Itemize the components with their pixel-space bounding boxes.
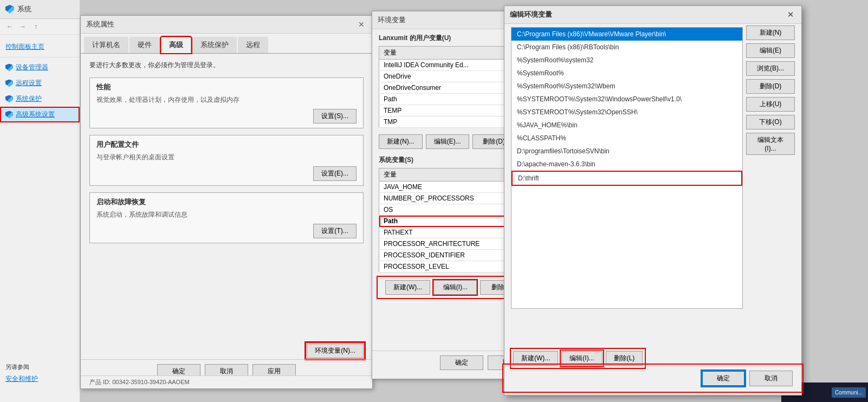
system-window: 系统 ← → ↑ 控制面板主页 设备管理器 远程设置 系统保护 高级系统设置 另… (0, 0, 80, 402)
startup-recovery-title: 启动和故障恢复 (96, 197, 357, 207)
list-item[interactable]: %SYSTEMROOT%\System32\WindowsPowerShell\… (511, 93, 742, 106)
sys-new-button[interactable]: 新建(W)... (385, 280, 430, 295)
edit-env-titlebar: 编辑环境变量 ✕ (504, 6, 801, 24)
sidebar-item-advanced-system[interactable]: 高级系统设置 (0, 107, 80, 122)
system-title: 系统 (17, 4, 31, 14)
sidebar-label: 控制面板主页 (5, 42, 44, 51)
advanced-system-shield-icon (5, 111, 13, 119)
user-edit-button[interactable]: 编辑(E)... (426, 134, 469, 149)
user-profile-title: 用户配置文件 (96, 140, 357, 150)
startup-recovery-desc: 系统启动，系统故障和调试信息 (96, 210, 357, 219)
sys-props-titlebar: 系统属性 ✕ (81, 16, 372, 34)
sidebar-section: 控制面板主页 设备管理器 远程设置 系统保护 高级系统设置 (0, 35, 80, 127)
list-item[interactable]: %SystemRoot%\system32 (511, 54, 742, 67)
nav-arrows: ← → ↑ (0, 19, 80, 35)
list-item[interactable]: %CLASSPATH% (511, 132, 742, 145)
tab-remote[interactable]: 远程 (238, 37, 268, 53)
edit-bottom-edit-button[interactable]: 编辑(I)... (561, 351, 602, 366)
env-vars-title: 环境变量 (378, 15, 406, 25)
edit-move-up-button[interactable]: 上移(U) (746, 97, 795, 112)
also-see-label: 另请参阅 (5, 363, 74, 371)
edit-right-buttons-panel: 新建(N) 编辑(E) 浏览(B)... 删除(D) 上移(U) 下移(O) 编… (746, 25, 795, 155)
list-item[interactable]: %SystemRoot% (511, 67, 742, 80)
list-item[interactable]: C:\Program Files (x86)\RBTools\bin (511, 41, 742, 54)
list-item[interactable]: %SystemRoot%\System32\Wbem (511, 80, 742, 93)
startup-recovery-settings-button[interactable]: 设置(T)... (313, 224, 357, 238)
sidebar-item-control-panel-home[interactable]: 控制面板主页 (0, 39, 80, 55)
product-id: 产品 ID: 00342-35910-39420-AAOEM (81, 375, 372, 388)
forward-button[interactable]: → (17, 21, 28, 32)
tab-bar: 计算机名 硬件 高级 系统保护 远程 (81, 34, 372, 54)
tab-hardware[interactable]: 硬件 (129, 37, 160, 53)
list-item[interactable]: C:\Program Files (x86)\VMware\VMware Pla… (511, 28, 742, 41)
list-item[interactable]: %JAVA_HOME%\bin (511, 119, 742, 132)
tab-computer-name[interactable]: 计算机名 (84, 37, 128, 53)
list-item[interactable]: D:\programfiles\TortoiseSVN\bin (511, 145, 742, 158)
remote-settings-label: 远程设置 (16, 79, 42, 88)
system-titlebar: 系统 (0, 0, 80, 19)
user-profile-desc: 与登录帐户相关的桌面设置 (96, 153, 357, 162)
tab-advanced[interactable]: 高级 (161, 37, 191, 53)
back-button[interactable]: ← (4, 21, 15, 32)
edit-env-list: C:\Program Files (x86)\VMware\VMware Pla… (511, 27, 743, 309)
sys-props-content: 要进行大多数更改，你必须作为管理员登录。 性能 视觉效果，处理器计划，内存使用，… (81, 54, 372, 256)
sidebar-item-system-protection[interactable]: 系统保护 (0, 91, 80, 107)
user-profile-settings-button[interactable]: 设置(E)... (313, 166, 357, 181)
admin-notice: 要进行大多数更改，你必须作为管理员登录。 (89, 60, 364, 70)
performance-title: 性能 (96, 82, 357, 92)
sidebar-footer: 另请参阅 安全和维护 (0, 359, 80, 389)
env-vars-button[interactable]: 环境变量(N)... (307, 343, 364, 358)
security-maintenance-label: 安全和维护 (5, 374, 38, 384)
device-manager-label: 设备管理器 (16, 63, 48, 72)
edit-env-ok-button[interactable]: 确定 (702, 371, 745, 386)
edit-env-dialog: 编辑环境变量 ✕ 新建(N) 编辑(E) 浏览(B)... 删除(D) 上移(U… (504, 5, 802, 395)
system-properties-dialog: 系统属性 ✕ 计算机名 硬件 高级 系统保护 远程 要进行大多数更改，你必须作为… (80, 15, 373, 389)
edit-move-down-button[interactable]: 下移(O) (746, 115, 795, 129)
remote-settings-shield-icon (5, 80, 13, 87)
edit-env-cancel-button[interactable]: 取消 (749, 371, 793, 386)
list-item[interactable]: %SYSTEMROOT%\System32\OpenSSH\ (511, 106, 742, 119)
edit-browse-button[interactable]: 浏览(B)... (746, 61, 795, 76)
performance-section: 性能 视觉效果，处理器计划，内存使用，以及虚拟内存 设置(S)... (89, 77, 364, 128)
edit-bottom-delete-button[interactable]: 删除(L) (606, 351, 643, 366)
sys-props-title: 系统属性 (86, 20, 114, 29)
edit-edit-button[interactable]: 编辑(E) (746, 43, 795, 58)
sidebar-divider (0, 57, 80, 57)
advanced-system-label: 高级系统设置 (16, 110, 55, 119)
edit-new-button[interactable]: 新建(N) (746, 25, 795, 40)
system-shield-icon (5, 5, 14, 14)
tab-system-protection[interactable]: 系统保护 (192, 37, 237, 53)
sys-props-close-button[interactable]: ✕ (356, 19, 367, 30)
sidebar-item-remote-settings[interactable]: 远程设置 (0, 75, 80, 91)
system-protection-label: 系统保护 (16, 94, 42, 103)
performance-desc: 视觉效果，处理器计划，内存使用，以及虚拟内存 (96, 95, 357, 105)
system-protection-shield-icon (5, 95, 13, 103)
edit-env-close-button[interactable]: ✕ (785, 9, 796, 20)
device-manager-shield-icon (5, 64, 13, 72)
user-new-button[interactable]: 新建(N)... (379, 134, 423, 149)
edit-text-button[interactable]: 编辑文本(I)... (746, 133, 795, 155)
user-profile-section: 用户配置文件 与登录帐户相关的桌面设置 设置(E)... (89, 135, 364, 186)
edit-env-footer: 确定 取消 (504, 366, 801, 391)
startup-recovery-section: 启动和故障恢复 系统启动，系统故障和调试信息 设置(T)... (89, 192, 364, 243)
sidebar-item-device-manager[interactable]: 设备管理器 (0, 60, 80, 75)
env-vars-btn-area: 环境变量(N)... (307, 343, 364, 358)
env-ok-button[interactable]: 确定 (440, 355, 483, 370)
edit-bottom-new-button[interactable]: 新建(W)... (513, 351, 558, 366)
taskbar-item-communi[interactable]: Communi... (832, 387, 866, 398)
up-button[interactable]: ↑ (30, 21, 41, 32)
edit-env-title: 编辑环境变量 (510, 10, 552, 20)
security-maintenance-link[interactable]: 安全和维护 (5, 373, 74, 385)
list-item[interactable]: D:\apache-maven-3.6.3\bin (511, 158, 742, 171)
edit-env-bottom-buttons: 新建(W)... 编辑(I)... 删除(L) (511, 349, 645, 368)
list-item-editing[interactable]: D:\thrift (511, 171, 742, 186)
sys-edit-button[interactable]: 编辑(I)... (433, 280, 477, 295)
performance-settings-button[interactable]: 设置(S)... (313, 109, 357, 124)
edit-delete-button[interactable]: 删除(D) (746, 79, 795, 94)
